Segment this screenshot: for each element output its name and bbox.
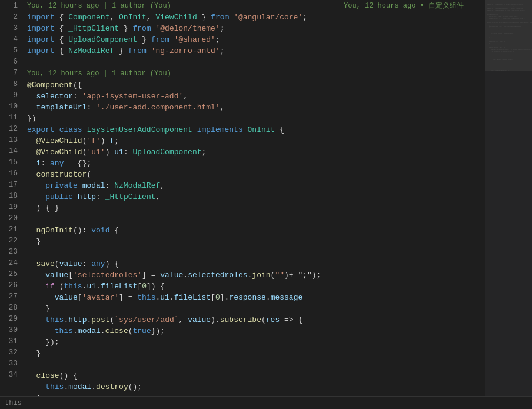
code-content[interactable]: You, 12 hours ago | 1 author (You)You, 1… <box>22 0 485 396</box>
code-line-5 <box>27 56 485 68</box>
bottom-bar: this <box>0 396 532 409</box>
line-numbers: 12345 6789101112131415161718192021222324… <box>0 0 22 396</box>
code-line-24: if (this.u1.fileList[0]) { <box>27 281 485 292</box>
bottom-text: this <box>5 399 22 407</box>
code-line-20: } <box>27 236 485 247</box>
code-line-21 <box>27 247 485 258</box>
code-line-25: value['avatar'] = this.u1.fileList[0].re… <box>27 292 485 303</box>
code-line-16: public http: _HttpClient, <box>27 191 485 202</box>
code-line-26: } <box>27 303 485 314</box>
code-line-8: templateUrl: './user-add.component.html'… <box>27 102 485 113</box>
code-line-4: import { NzModalRef } from 'ng-zorro-ant… <box>27 45 485 56</box>
code-line-3: import { UploadComponent } from '@shared… <box>27 34 485 45</box>
code-line-2: import { _HttpClient } from '@delon/them… <box>27 23 485 34</box>
code-line-33: this.modal.destroy(); <box>27 381 485 393</box>
minimap-content: import { Component } from '@angular/core… <box>485 0 532 77</box>
author-info-line: You, 12 hours ago | 1 author (You)You, 1… <box>27 0 485 12</box>
editor-container: 12345 6789101112131415161718192021222324… <box>0 0 532 409</box>
code-line-1: import { Component, OnInit, ViewChild } … <box>27 12 485 23</box>
code-line-27: this.http.post(`sys/user/add`, value).su… <box>27 314 485 325</box>
code-line-19: ngOnInit(): void { <box>27 225 485 236</box>
code-area[interactable]: 12345 6789101112131415161718192021222324… <box>0 0 532 396</box>
code-line-30: } <box>27 348 485 359</box>
code-line-6: @Component({ <box>27 79 485 91</box>
code-line-9: }) <box>27 113 485 124</box>
code-line-34: } <box>27 393 485 396</box>
author-info-line: You, 12 hours ago | 1 author (You) <box>27 68 485 79</box>
code-line-7: selector: 'app-isystem-user-add', <box>27 91 485 102</box>
code-line-18 <box>27 214 485 225</box>
code-line-32: close() { <box>27 370 485 381</box>
code-line-13: i: any = {}; <box>27 158 485 169</box>
code-line-14: constructor( <box>27 169 485 180</box>
code-line-11: @ViewChild('f') f; <box>27 135 485 147</box>
code-line-15: private modal: NzModalRef, <box>27 180 485 191</box>
code-line-31 <box>27 359 485 370</box>
code-line-22: save(value: any) { <box>27 258 485 270</box>
main-editor: 12345 6789101112131415161718192021222324… <box>0 0 532 409</box>
code-line-10: export class IsystemUserAddComponent imp… <box>27 124 485 135</box>
code-line-12: @ViewChild('u1') u1: UploadComponent; <box>27 147 485 158</box>
code-line-29: }); <box>27 337 485 348</box>
code-line-23: value['selectedroles'] = value.selectedr… <box>27 270 485 281</box>
code-line-17: ) { } <box>27 202 485 214</box>
minimap: import { Component } from '@angular/core… <box>485 0 532 396</box>
code-line-28: this.modal.close(true}); <box>27 325 485 337</box>
